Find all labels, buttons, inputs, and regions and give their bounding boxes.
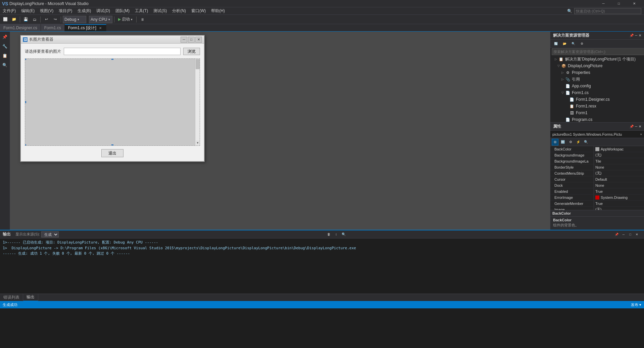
se-form1cs-node[interactable]: ▽ 📄 Form1.cs [550,89,644,96]
prop-row-backcolor[interactable]: BackColor AppWorkspac [550,146,644,152]
toolbar-platform[interactable]: Any CPU ▾ [89,16,112,23]
resize-dot-bm[interactable] [111,144,113,146]
close-button[interactable]: ✕ [627,0,642,7]
output-wrap-btn[interactable]: ↕ [333,231,340,238]
se-solution-expand[interactable]: ▷ [553,56,558,62]
maximize-button[interactable]: □ [611,0,627,7]
se-pin-icon[interactable]: 📌 [630,34,634,37]
se-solution-node[interactable]: ▷ 📋 解决方案'DisplayLongPicture'(1 个项目) [550,56,644,62]
prop-row-bgimagelayout[interactable]: BackgroundImageLa Tile [550,158,644,164]
prop-tool-alphabetical[interactable]: 🔤 [559,139,566,145]
sidebar-icon-1[interactable]: 📌 [1,33,9,41]
se-references-node[interactable]: ▷ 📎 引用 [550,76,644,83]
se-appconfig-node[interactable]: 📄 App.config [550,83,644,89]
se-close-icon[interactable]: ✕ [639,34,641,37]
se-form1cs-expand[interactable]: ▽ [560,90,565,95]
menu-edit[interactable]: 编辑(E) [18,7,37,15]
menu-project[interactable]: 项目(P) [56,7,75,15]
prop-row-generatemember[interactable]: GenerateMember True [550,201,644,207]
prop-row-enabled[interactable]: Enabled True [550,188,644,194]
toolbar-pause[interactable]: ⏸ [138,16,146,23]
toolbar-save[interactable]: 💾 [22,16,30,23]
prop-row-contextmenu[interactable]: ContextMenuStrip (无) [550,170,644,176]
resize-dot-tl[interactable] [25,58,26,60]
toolbar-undo[interactable]: ↩ [42,16,50,23]
resize-dot-tm[interactable] [111,58,113,60]
output-maximize-btn[interactable]: □ [627,231,633,237]
status-publish[interactable]: 发布 ▾ [631,302,641,307]
menu-window[interactable]: 窗口(W) [189,7,208,15]
toolbar-start-button[interactable]: ▶ 启动 ▾ [116,16,135,23]
se-toolbar-btn-3[interactable]: 🔍 [569,40,577,47]
prop-row-bgimage[interactable]: BackgroundImage (无) [550,152,644,158]
menu-help[interactable]: 帮助(H) [208,7,228,15]
properties-minimize-icon[interactable]: ─ [635,125,637,128]
form-close-btn[interactable]: ✕ [195,37,202,43]
tab-form1-design[interactable]: Form1.cs [设计] ✕ [65,24,106,31]
toolbar-new[interactable]: ⬜ [1,16,9,23]
se-form1resx-node[interactable]: 📋 Form1.resx [550,103,644,110]
toolbar-save-all[interactable]: 🗂 [31,16,39,23]
se-search-input[interactable] [552,48,644,55]
menu-debug[interactable]: 调试(D) [94,7,113,15]
prop-row-errorimage[interactable]: ErrorImage System.Drawing [550,194,644,201]
prop-tool-search[interactable]: 🔍 [583,139,589,145]
output-clear-btn[interactable]: 🗑 [326,231,332,238]
se-form1designer-node[interactable]: 📄 Form1.Designer.cs [550,96,644,103]
se-program-node[interactable]: 📄 Program.cs [550,116,644,122]
quick-search-input[interactable] [574,8,641,14]
output-pin-btn[interactable]: 📌 [614,231,620,237]
prop-tool-categories[interactable]: ⊞ [552,139,558,145]
se-toolbar-btn-4[interactable]: ⚙ [578,40,586,47]
menu-file[interactable]: 文件(F) [0,7,18,15]
menu-team[interactable]: 团队(M) [113,7,132,15]
se-toolbar-btn-2[interactable]: 📂 [560,40,568,47]
form-filepath-input[interactable] [64,48,181,55]
sidebar-icon-2[interactable]: 🔧 [1,42,9,50]
sidebar-icon-3[interactable]: 📋 [1,52,9,60]
form-scrollbar-thumb[interactable] [196,59,200,69]
se-minimize-icon[interactable]: ─ [635,34,637,37]
properties-close-icon[interactable]: ✕ [639,125,641,128]
form-exit-button[interactable]: 退出 [101,149,123,157]
menu-build[interactable]: 生成(B) [75,7,94,15]
resize-dot-ml[interactable] [25,101,26,103]
bottom-tab-errors[interactable]: 错误列表 [0,294,23,301]
prop-row-borderstyle[interactable]: BorderStyle None [550,164,644,170]
bottom-tab-output[interactable]: 输出 [23,294,38,301]
resize-dot-bl[interactable] [25,144,26,146]
minimize-button[interactable]: ─ [596,0,611,7]
se-form1-node[interactable]: 🖼 Form1 [550,110,644,116]
sidebar-icon-4[interactable]: 🔍 [1,61,9,69]
output-close-btn[interactable]: ✕ [634,231,640,237]
properties-object-arrow[interactable]: ▾ [640,133,642,136]
form-max-btn[interactable]: □ [188,37,195,43]
form-min-btn[interactable]: ─ [181,37,187,43]
form-scrollbar[interactable]: ▼ [195,59,200,145]
properties-pin-icon[interactable]: 📌 [630,125,634,128]
toolbar-redo[interactable]: ↪ [51,16,59,23]
output-source-select[interactable]: 生成 [41,231,59,237]
tab-form1-cs[interactable]: Form1.cs [41,24,65,31]
se-toolbar-btn-1[interactable]: 🔄 [552,40,560,47]
output-find-btn[interactable]: 🔍 [340,231,347,238]
menu-analyze[interactable]: 分析(N) [169,7,189,15]
se-project-node[interactable]: ▽ 📦 DisplayLongPicture [550,62,644,69]
prop-row-image[interactable]: Image (无) [550,207,644,210]
prop-tool-properties[interactable]: ⚙ [567,139,574,145]
form-browse-button[interactable]: 浏览 [183,48,200,55]
tab-close-form1-design[interactable]: ✕ [98,26,103,31]
se-references-expand[interactable]: ▷ [560,77,565,82]
se-properties-expand[interactable]: ▷ [560,70,565,75]
menu-test[interactable]: 测试(S) [151,7,169,15]
se-project-expand[interactable]: ▽ [556,63,561,69]
se-properties-node[interactable]: ▷ ⚙ Properties [550,69,644,76]
menu-tools[interactable]: 工具(T) [132,7,151,15]
form-scrollbar-arrow-down[interactable]: ▼ [196,140,200,145]
toolbar-open[interactable]: 📁 [10,16,18,23]
tab-form1-designer[interactable]: Form1.Designer.cs [0,24,41,31]
prop-row-cursor[interactable]: Cursor Default [550,176,644,182]
toolbar-debug-config[interactable]: Debug ▾ [63,16,86,23]
prop-row-dock[interactable]: Dock None [550,182,644,188]
menu-view[interactable]: 视图(V) [37,7,56,15]
